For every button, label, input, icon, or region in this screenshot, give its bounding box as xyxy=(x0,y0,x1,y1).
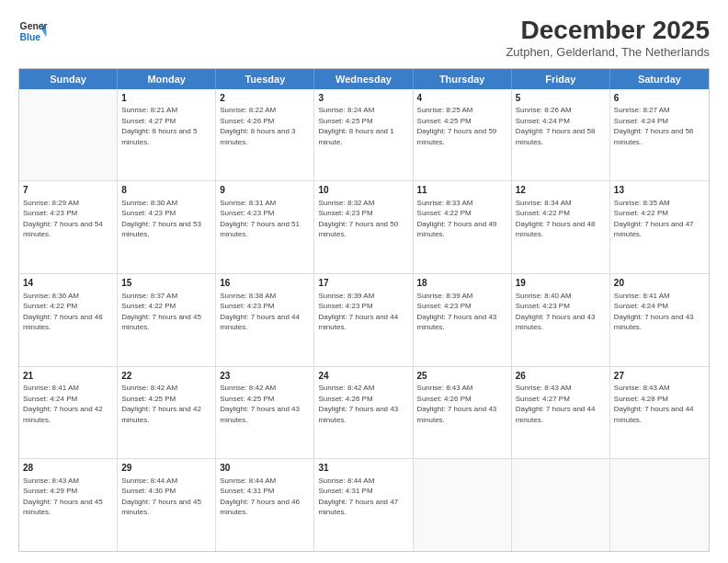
cell-info: Sunrise: 8:21 AMSunset: 4:27 PMDaylight:… xyxy=(121,106,197,145)
day-number: 26 xyxy=(516,370,606,383)
cell-info: Sunrise: 8:42 AMSunset: 4:26 PMDaylight:… xyxy=(318,384,398,423)
day-number: 27 xyxy=(614,370,705,383)
calendar-cell: 19Sunrise: 8:40 AMSunset: 4:23 PMDayligh… xyxy=(512,274,610,366)
calendar-body: 1Sunrise: 8:21 AMSunset: 4:27 PMDaylight… xyxy=(19,89,709,551)
calendar-cell: 21Sunrise: 8:41 AMSunset: 4:24 PMDayligh… xyxy=(19,367,118,459)
calendar-cell: 20Sunrise: 8:41 AMSunset: 4:24 PMDayligh… xyxy=(610,274,709,366)
day-number: 21 xyxy=(23,370,113,383)
cell-info: Sunrise: 8:38 AMSunset: 4:23 PMDaylight:… xyxy=(220,292,300,331)
calendar-cell: 10Sunrise: 8:32 AMSunset: 4:23 PMDayligh… xyxy=(314,181,413,273)
day-number: 18 xyxy=(417,277,507,290)
cell-info: Sunrise: 8:34 AMSunset: 4:22 PMDaylight:… xyxy=(516,199,596,238)
cell-info: Sunrise: 8:33 AMSunset: 4:22 PMDaylight:… xyxy=(417,199,497,238)
month-title: December 2025 xyxy=(506,17,710,45)
calendar-row: 7Sunrise: 8:29 AMSunset: 4:23 PMDaylight… xyxy=(19,181,709,274)
subtitle: Zutphen, Gelderland, The Netherlands xyxy=(506,45,710,59)
day-number: 6 xyxy=(614,92,705,105)
cell-info: Sunrise: 8:39 AMSunset: 4:23 PMDaylight:… xyxy=(417,292,497,331)
calendar-cell: 15Sunrise: 8:37 AMSunset: 4:22 PMDayligh… xyxy=(118,274,216,366)
calendar-cell xyxy=(19,89,118,181)
calendar-cell xyxy=(512,459,610,551)
day-number: 10 xyxy=(318,184,408,197)
cell-info: Sunrise: 8:25 AMSunset: 4:25 PMDaylight:… xyxy=(417,106,497,145)
calendar-cell: 17Sunrise: 8:39 AMSunset: 4:23 PMDayligh… xyxy=(314,274,413,366)
day-number: 11 xyxy=(417,184,507,197)
day-number: 1 xyxy=(121,92,211,105)
day-number: 9 xyxy=(220,184,310,197)
cell-info: Sunrise: 8:27 AMSunset: 4:24 PMDaylight:… xyxy=(614,106,694,145)
calendar-cell xyxy=(610,459,709,551)
calendar-cell: 29Sunrise: 8:44 AMSunset: 4:30 PMDayligh… xyxy=(118,459,216,551)
day-number: 17 xyxy=(318,277,408,290)
calendar-cell: 18Sunrise: 8:39 AMSunset: 4:23 PMDayligh… xyxy=(414,274,512,366)
day-number: 28 xyxy=(23,462,113,475)
day-number: 3 xyxy=(318,92,408,105)
cell-info: Sunrise: 8:43 AMSunset: 4:29 PMDaylight:… xyxy=(23,477,103,516)
calendar-cell: 27Sunrise: 8:43 AMSunset: 4:28 PMDayligh… xyxy=(610,367,709,459)
cell-info: Sunrise: 8:41 AMSunset: 4:24 PMDaylight:… xyxy=(614,292,694,331)
weekday-wednesday: Wednesday xyxy=(314,69,413,89)
calendar-cell: 11Sunrise: 8:33 AMSunset: 4:22 PMDayligh… xyxy=(414,181,512,273)
calendar-cell: 3Sunrise: 8:24 AMSunset: 4:25 PMDaylight… xyxy=(314,89,413,181)
day-number: 16 xyxy=(220,277,310,290)
calendar-row: 28Sunrise: 8:43 AMSunset: 4:29 PMDayligh… xyxy=(19,459,709,551)
logo-icon: General Blue xyxy=(18,17,48,46)
cell-info: Sunrise: 8:42 AMSunset: 4:25 PMDaylight:… xyxy=(220,384,300,423)
calendar-cell: 1Sunrise: 8:21 AMSunset: 4:27 PMDaylight… xyxy=(118,89,216,181)
page: General Blue December 2025 Zutphen, Geld… xyxy=(0,0,728,563)
calendar-cell: 12Sunrise: 8:34 AMSunset: 4:22 PMDayligh… xyxy=(512,181,610,273)
cell-info: Sunrise: 8:44 AMSunset: 4:31 PMDaylight:… xyxy=(220,477,300,516)
calendar-row: 21Sunrise: 8:41 AMSunset: 4:24 PMDayligh… xyxy=(19,367,709,460)
day-number: 13 xyxy=(614,184,705,197)
calendar-cell: 9Sunrise: 8:31 AMSunset: 4:23 PMDaylight… xyxy=(216,181,314,273)
weekday-sunday: Sunday xyxy=(19,69,118,89)
cell-info: Sunrise: 8:29 AMSunset: 4:23 PMDaylight:… xyxy=(23,199,103,238)
cell-info: Sunrise: 8:24 AMSunset: 4:25 PMDaylight:… xyxy=(318,106,393,145)
cell-info: Sunrise: 8:44 AMSunset: 4:31 PMDaylight:… xyxy=(318,477,398,516)
cell-info: Sunrise: 8:22 AMSunset: 4:26 PMDaylight:… xyxy=(220,106,295,145)
calendar-cell: 30Sunrise: 8:44 AMSunset: 4:31 PMDayligh… xyxy=(216,459,314,551)
day-number: 31 xyxy=(318,462,408,475)
svg-text:Blue: Blue xyxy=(20,32,41,42)
calendar-cell: 24Sunrise: 8:42 AMSunset: 4:26 PMDayligh… xyxy=(314,367,413,459)
cell-info: Sunrise: 8:32 AMSunset: 4:23 PMDaylight:… xyxy=(318,199,398,238)
day-number: 8 xyxy=(121,184,211,197)
calendar-cell: 23Sunrise: 8:42 AMSunset: 4:25 PMDayligh… xyxy=(216,367,314,459)
calendar-cell: 14Sunrise: 8:36 AMSunset: 4:22 PMDayligh… xyxy=(19,274,118,366)
cell-info: Sunrise: 8:37 AMSunset: 4:22 PMDaylight:… xyxy=(121,292,201,331)
calendar-cell: 26Sunrise: 8:43 AMSunset: 4:27 PMDayligh… xyxy=(512,367,610,459)
calendar-header: Sunday Monday Tuesday Wednesday Thursday… xyxy=(19,69,709,89)
cell-info: Sunrise: 8:31 AMSunset: 4:23 PMDaylight:… xyxy=(220,199,300,238)
day-number: 7 xyxy=(23,184,113,197)
cell-info: Sunrise: 8:35 AMSunset: 4:22 PMDaylight:… xyxy=(614,199,694,238)
cell-info: Sunrise: 8:26 AMSunset: 4:24 PMDaylight:… xyxy=(516,106,596,145)
calendar-cell: 22Sunrise: 8:42 AMSunset: 4:25 PMDayligh… xyxy=(118,367,216,459)
day-number: 5 xyxy=(516,92,606,105)
cell-info: Sunrise: 8:43 AMSunset: 4:28 PMDaylight:… xyxy=(614,384,694,423)
header: General Blue December 2025 Zutphen, Geld… xyxy=(18,17,710,59)
day-number: 30 xyxy=(220,462,310,475)
cell-info: Sunrise: 8:44 AMSunset: 4:30 PMDaylight:… xyxy=(121,477,201,516)
calendar-cell: 2Sunrise: 8:22 AMSunset: 4:26 PMDaylight… xyxy=(216,89,314,181)
calendar-cell: 8Sunrise: 8:30 AMSunset: 4:23 PMDaylight… xyxy=(118,181,216,273)
cell-info: Sunrise: 8:36 AMSunset: 4:22 PMDaylight:… xyxy=(23,292,103,331)
calendar-cell: 5Sunrise: 8:26 AMSunset: 4:24 PMDaylight… xyxy=(512,89,610,181)
calendar-cell: 16Sunrise: 8:38 AMSunset: 4:23 PMDayligh… xyxy=(216,274,314,366)
day-number: 4 xyxy=(417,92,507,105)
day-number: 24 xyxy=(318,370,408,383)
calendar-cell: 31Sunrise: 8:44 AMSunset: 4:31 PMDayligh… xyxy=(314,459,413,551)
calendar: Sunday Monday Tuesday Wednesday Thursday… xyxy=(18,68,710,552)
calendar-row: 1Sunrise: 8:21 AMSunset: 4:27 PMDaylight… xyxy=(19,89,709,182)
day-number: 25 xyxy=(417,370,507,383)
weekday-saturday: Saturday xyxy=(610,69,709,89)
calendar-cell: 13Sunrise: 8:35 AMSunset: 4:22 PMDayligh… xyxy=(610,181,709,273)
day-number: 19 xyxy=(516,277,606,290)
cell-info: Sunrise: 8:43 AMSunset: 4:27 PMDaylight:… xyxy=(516,384,596,423)
cell-info: Sunrise: 8:43 AMSunset: 4:26 PMDaylight:… xyxy=(417,384,497,423)
day-number: 20 xyxy=(614,277,705,290)
cell-info: Sunrise: 8:30 AMSunset: 4:23 PMDaylight:… xyxy=(121,199,201,238)
cell-info: Sunrise: 8:41 AMSunset: 4:24 PMDaylight:… xyxy=(23,384,103,423)
day-number: 22 xyxy=(121,370,211,383)
cell-info: Sunrise: 8:39 AMSunset: 4:23 PMDaylight:… xyxy=(318,292,398,331)
day-number: 23 xyxy=(220,370,310,383)
